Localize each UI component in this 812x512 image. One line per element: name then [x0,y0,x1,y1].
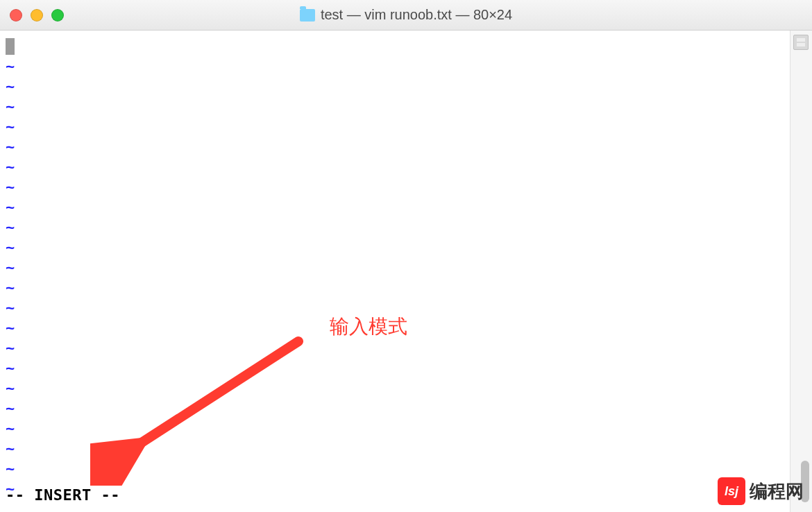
folder-icon [300,9,315,22]
cursor-block [6,38,15,55]
empty-line-tilde: ~ [6,56,784,76]
close-button[interactable] [10,9,22,22]
empty-line-tilde: ~ [6,117,784,137]
empty-line-tilde: ~ [6,278,784,298]
cursor-line [6,36,784,56]
empty-line-tilde: ~ [6,237,784,257]
empty-line-tilde: ~ [6,177,784,197]
annotation-label: 输入模式 [330,314,407,340]
empty-line-tilde: ~ [6,438,784,459]
window-titlebar: test — vim runoob.txt — 80×24 [0,0,812,31]
empty-line-tilde: ~ [6,76,784,96]
minimize-button[interactable] [31,9,43,22]
empty-line-tilde: ~ [6,358,784,378]
scroll-position-indicator-icon [793,35,809,50]
empty-line-tilde: ~ [6,459,784,479]
empty-line-tilde: ~ [6,398,784,418]
empty-line-tilde: ~ [6,418,784,438]
watermark-logo-text: lsj [725,484,738,499]
empty-line-tilde: ~ [6,257,784,278]
empty-line-tilde: ~ [6,197,784,217]
window-title-text: test — vim runoob.txt — 80×24 [321,7,512,23]
empty-line-tilde: ~ [6,479,784,499]
terminal-viewport[interactable]: ~~~~~~~~~~~~~~~~~~~~~~ -- INSERT -- [0,31,790,512]
empty-line-tilde: ~ [6,96,784,117]
window-title: test — vim runoob.txt — 80×24 [0,7,812,23]
empty-line-tilde: ~ [6,338,784,358]
maximize-button[interactable] [51,9,64,22]
empty-line-tilde: ~ [6,157,784,177]
empty-line-tilde: ~ [6,378,784,398]
vim-status-line: -- INSERT -- [6,485,120,505]
watermark: lsj 编程网 [718,477,804,505]
empty-line-tilde: ~ [6,217,784,237]
scrollbar-track[interactable] [790,31,812,512]
watermark-logo-icon: lsj [718,477,745,505]
window-controls [10,9,64,22]
empty-line-tilde: ~ [6,137,784,157]
watermark-text: 编程网 [750,479,804,504]
